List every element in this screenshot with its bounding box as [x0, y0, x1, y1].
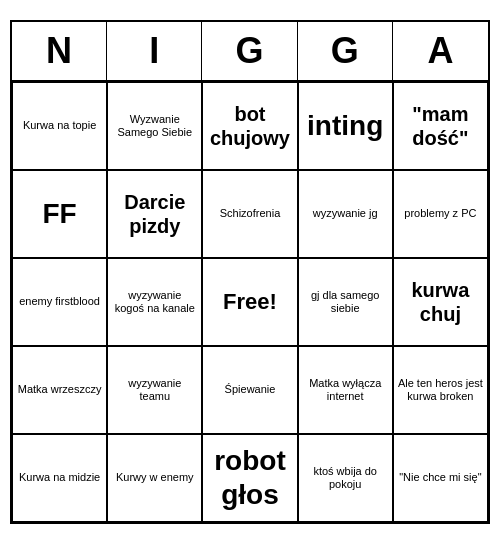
cell-text: enemy firstblood — [19, 295, 100, 308]
cell-text: "mam dość" — [398, 102, 483, 150]
cell-text: wyzywanie teamu — [112, 377, 197, 403]
bingo-cell: wyzywanie kogoś na kanale — [107, 258, 202, 346]
bingo-cell: ktoś wbija do pokoju — [298, 434, 393, 522]
cell-text: Schizofrenia — [220, 207, 281, 220]
bingo-cell: "Nie chce mi się" — [393, 434, 488, 522]
bingo-cell: kurwa chuj — [393, 258, 488, 346]
cell-text: kurwa chuj — [398, 278, 483, 326]
bingo-cell: Wyzwanie Samego Siebie — [107, 82, 202, 170]
header-letter: I — [107, 22, 202, 80]
cell-text: Kurwa na midzie — [19, 471, 100, 484]
cell-text: Śpiewanie — [225, 383, 276, 396]
header-letter: G — [202, 22, 297, 80]
bingo-cell: Schizofrenia — [202, 170, 297, 258]
bingo-cell: Matka wrzeszczy — [12, 346, 107, 434]
cell-text: "Nie chce mi się" — [399, 471, 481, 484]
bingo-cell: Ale ten heros jest kurwa broken — [393, 346, 488, 434]
cell-text: Matka wrzeszczy — [18, 383, 102, 396]
cell-text: bot chujowy — [207, 102, 292, 150]
cell-text: wyzywanie kogoś na kanale — [112, 289, 197, 315]
cell-text: Wyzwanie Samego Siebie — [112, 113, 197, 139]
cell-text: Matka wyłącza internet — [303, 377, 388, 403]
cell-text: Kurwy w enemy — [116, 471, 194, 484]
cell-text: Kurwa na topie — [23, 119, 96, 132]
cell-text: Free! — [223, 289, 277, 315]
bingo-grid: Kurwa na topieWyzwanie Samego Siebiebot … — [12, 82, 488, 522]
bingo-cell: wyzywanie teamu — [107, 346, 202, 434]
bingo-cell: Kurwa na topie — [12, 82, 107, 170]
bingo-cell: Darcie pizdy — [107, 170, 202, 258]
bingo-cell: Matka wyłącza internet — [298, 346, 393, 434]
bingo-cell: inting — [298, 82, 393, 170]
bingo-cell: Free! — [202, 258, 297, 346]
bingo-cell: problemy z PC — [393, 170, 488, 258]
bingo-header: NIGGA — [12, 22, 488, 82]
bingo-cell: bot chujowy — [202, 82, 297, 170]
header-letter: G — [298, 22, 393, 80]
header-letter: A — [393, 22, 488, 80]
bingo-cell: Kurwa na midzie — [12, 434, 107, 522]
cell-text: inting — [307, 109, 383, 143]
cell-text: Darcie pizdy — [112, 190, 197, 238]
cell-text: gj dla samego siebie — [303, 289, 388, 315]
bingo-cell: Kurwy w enemy — [107, 434, 202, 522]
bingo-card: NIGGA Kurwa na topieWyzwanie Samego Sieb… — [10, 20, 490, 524]
bingo-cell: Śpiewanie — [202, 346, 297, 434]
bingo-cell: "mam dość" — [393, 82, 488, 170]
cell-text: robot głos — [207, 444, 292, 511]
cell-text: wyzywanie jg — [313, 207, 378, 220]
bingo-cell: wyzywanie jg — [298, 170, 393, 258]
cell-text: ktoś wbija do pokoju — [303, 465, 388, 491]
cell-text: FF — [42, 197, 76, 231]
bingo-cell: robot głos — [202, 434, 297, 522]
header-letter: N — [12, 22, 107, 80]
bingo-cell: FF — [12, 170, 107, 258]
bingo-cell: enemy firstblood — [12, 258, 107, 346]
cell-text: Ale ten heros jest kurwa broken — [398, 377, 483, 403]
cell-text: problemy z PC — [404, 207, 476, 220]
bingo-cell: gj dla samego siebie — [298, 258, 393, 346]
